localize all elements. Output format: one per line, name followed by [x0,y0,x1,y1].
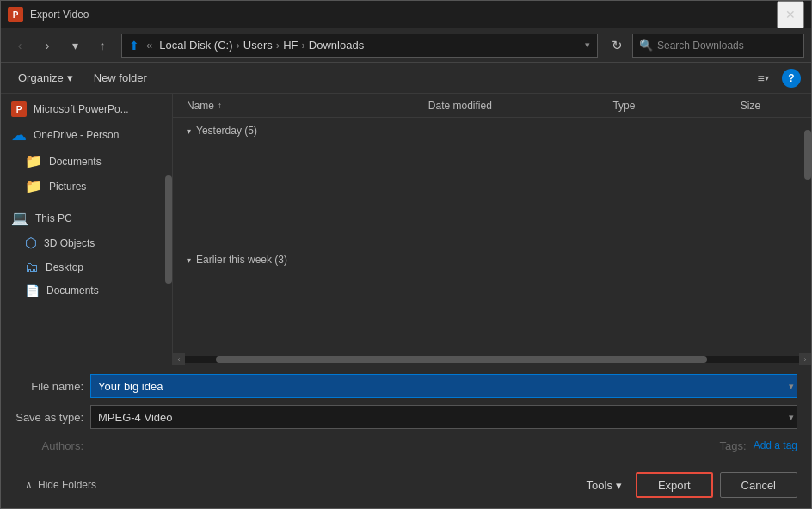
hide-folders-arrow-icon: ∧ [25,479,33,491]
address-sep-2: › [301,39,304,52]
file-list-scrollbar-thumb [804,130,811,179]
navigation-bar: ‹ › ▾ ↑ ⬆ « Local Disk (C:) › Users › HF… [1,28,811,63]
address-bar[interactable]: ⬆ « Local Disk (C:) › Users › HF › Downl… [121,34,598,58]
up-arrow-icon: ↑ [100,39,106,52]
content-area: P Microsoft PowerPo... ☁ OneDrive - Pers… [1,94,811,365]
organize-label: Organize [18,71,64,84]
sidebar-item-documents[interactable]: 📁 Documents [1,149,172,174]
documents2-icon: 📄 [25,284,40,297]
recent-locations-button[interactable]: ▾ [63,34,87,58]
address-parts: Local Disk (C:) › Users › HF › Downloads [159,39,578,52]
group-chevron-yesterday: ▾ [187,126,191,136]
filename-row: File name: ▾ [15,374,797,398]
file-list[interactable]: ▾ Yesterday (5) ▾ Earlier this week (3) [173,118,811,353]
sidebar-item-powerpoint[interactable]: P Microsoft PowerPo... [1,97,172,121]
folder-icon-documents: 📁 [25,153,42,169]
scroll-right-button[interactable]: › [799,353,811,365]
tags-label: Tags: [720,439,747,452]
sidebar-item-thispc[interactable]: 💻 This PC [1,205,172,230]
forward-icon: › [46,39,50,52]
authors-input[interactable] [90,436,696,455]
svg-text:P: P [13,10,19,20]
new-folder-button[interactable]: New folder [87,68,154,88]
group-label-yesterday: Yesterday (5) [196,125,257,137]
sidebar: P Microsoft PowerPo... ☁ OneDrive - Pers… [1,94,173,365]
address-current: Downloads [309,39,364,52]
folder-icon-pictures: 📁 [25,178,42,194]
forward-button[interactable]: › [35,34,59,58]
app-icon: P [8,7,23,22]
filename-input-wrapper: ▾ [90,374,797,398]
scroll-thumb [216,356,707,363]
authors-tags-row: Authors: Tags: Add a tag [15,436,797,455]
sidebar-item-onedrive[interactable]: ☁ OneDrive - Person [1,121,172,149]
toolbar: Organize ▾ New folder ≡ ▾ ? [1,63,811,94]
yesterday-files-area [173,144,811,247]
sort-arrow-icon: ↑ [218,101,222,110]
cancel-button[interactable]: Cancel [720,472,797,498]
sidebar-item-desktop[interactable]: 🗂 Desktop [1,255,172,279]
col-header-date[interactable]: Date modified [421,94,606,117]
tools-button[interactable]: Tools ▾ [580,475,629,495]
organize-button[interactable]: Organize ▾ [11,68,80,88]
horizontal-scrollbar[interactable]: ‹ › [173,353,811,365]
filename-input[interactable] [90,374,797,398]
help-button[interactable]: ? [782,69,801,88]
new-folder-label: New folder [94,71,147,84]
address-sep-1: › [276,39,280,52]
refresh-button[interactable]: ↻ [605,34,629,58]
savetype-row: Save as type: MPEG-4 Video Windows Media… [15,405,797,429]
search-wrapper: 🔍 [632,34,804,58]
view-icon: ≡ [757,71,764,85]
sidebar-label-documents2: Documents [46,285,99,297]
view-button[interactable]: ≡ ▾ [751,66,775,90]
sidebar-item-3dobjects[interactable]: ⬡ 3D Objects [1,230,172,255]
sidebar-label-documents: Documents [49,156,102,168]
organize-arrow-icon: ▾ [67,71,73,84]
powerpoint-icon: P [11,101,27,117]
address-sep-0: › [236,39,239,52]
sidebar-label-thispc: This PC [35,212,72,224]
col-header-name[interactable]: Name ↑ [180,94,421,117]
file-list-panel: Name ↑ Date modified Type Size ▾ Yest [173,94,811,365]
savetype-wrapper: MPEG-4 Video Windows Media Video ▾ [90,405,797,429]
group-header-earlier[interactable]: ▾ Earlier this week (3) [173,247,811,273]
export-button[interactable]: Export [636,472,713,498]
authors-label: Authors: [15,439,83,452]
sidebar-scrollbar[interactable] [165,94,172,365]
back-button[interactable]: ‹ [8,34,32,58]
file-list-scrollbar[interactable] [804,118,811,365]
hide-folders-button[interactable]: ∧ Hide Folders [15,475,107,494]
file-list-header: Name ↑ Date modified Type Size [173,94,811,118]
sidebar-item-pictures[interactable]: 📁 Pictures [1,174,172,199]
tools-label: Tools [587,479,612,492]
filename-label: File name: [15,380,83,393]
sidebar-label-powerpoint: Microsoft PowerPo... [34,103,129,115]
scroll-left-button[interactable]: ‹ [173,353,185,365]
search-input[interactable] [632,34,804,58]
sidebar-scrollbar-thumb [165,175,172,284]
address-part-2: HF [283,39,298,52]
export-video-dialog: P Export Video ✕ ‹ › ▾ ↑ ⬆ « Local Disk … [0,0,812,509]
group-chevron-earlier: ▾ [187,255,191,265]
address-arrow-icon: ⬆ [129,39,139,52]
chevron-down-icon: ▾ [72,39,78,52]
sidebar-item-documents2[interactable]: 📄 Documents [1,279,172,302]
sidebar-label-3dobjects: 3D Objects [44,237,95,249]
savetype-select[interactable]: MPEG-4 Video Windows Media Video [90,405,797,429]
close-button[interactable]: ✕ [777,1,804,28]
savetype-label: Save as type: [15,411,83,424]
up-button[interactable]: ↑ [90,34,114,58]
col-header-type[interactable]: Type [606,94,733,117]
group-header-yesterday[interactable]: ▾ Yesterday (5) [173,118,811,144]
scroll-track[interactable] [185,356,799,363]
view-arrow-icon: ▾ [765,73,769,83]
sidebar-label-pictures: Pictures [49,181,86,193]
address-part-1: Users [243,39,273,52]
refresh-icon: ↻ [612,38,623,53]
dialog-title: Export Video [30,9,777,21]
address-dropdown-icon[interactable]: ▾ [585,40,590,51]
add-tag-link[interactable]: Add a tag [754,439,797,451]
col-header-size[interactable]: Size [734,94,804,117]
group-label-earlier: Earlier this week (3) [196,254,287,266]
